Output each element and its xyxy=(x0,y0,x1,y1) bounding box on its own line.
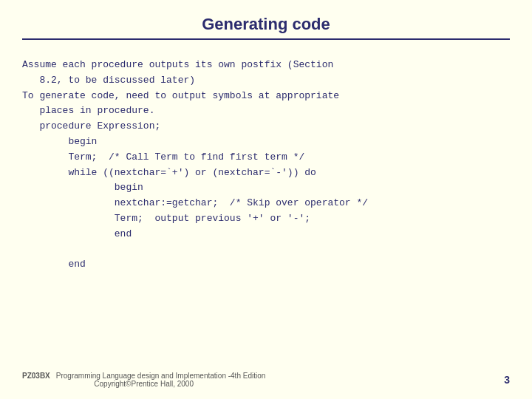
line5: procedure Expression; xyxy=(22,120,160,132)
footer: PZ03BXProgramming Language design and Im… xyxy=(22,366,510,388)
line8: while ((nextchar=`+') or (nextchar=`-'))… xyxy=(22,167,316,178)
footer-description1: Programming Language design and Implemen… xyxy=(56,372,266,380)
footer-description2: Copyright©Prentice Hall, 2000 xyxy=(94,380,194,388)
slide-title: Generating code xyxy=(22,15,510,34)
line9: begin xyxy=(22,182,143,193)
line7: Term; /* Call Term to find first term */ xyxy=(22,151,304,163)
slide-container: Generating code Assume each procedure ou… xyxy=(0,0,532,399)
code-block: Assume each procedure outputs its own po… xyxy=(22,58,510,273)
line11: Term; output previous '+' or '-'; xyxy=(22,213,310,224)
line2: 8.2, to be discussed later) xyxy=(22,75,195,86)
title-section: Generating code xyxy=(22,15,510,50)
line12: end xyxy=(22,228,132,239)
line14: end xyxy=(22,259,86,270)
line1: Assume each procedure outputs its own po… xyxy=(22,59,333,70)
content-area: Assume each procedure outputs its own po… xyxy=(22,58,510,366)
line3: To generate code, need to output symbols… xyxy=(22,90,339,101)
page-number: 3 xyxy=(504,374,510,386)
footer-left: PZ03BXProgramming Language design and Im… xyxy=(22,372,265,388)
line6: begin xyxy=(22,136,97,147)
footer-label: PZ03BX xyxy=(22,372,50,380)
title-underline xyxy=(22,38,510,40)
line10: nextchar:=getchar; /* Skip over operator… xyxy=(22,197,368,208)
line4: places in procedure. xyxy=(22,105,154,116)
